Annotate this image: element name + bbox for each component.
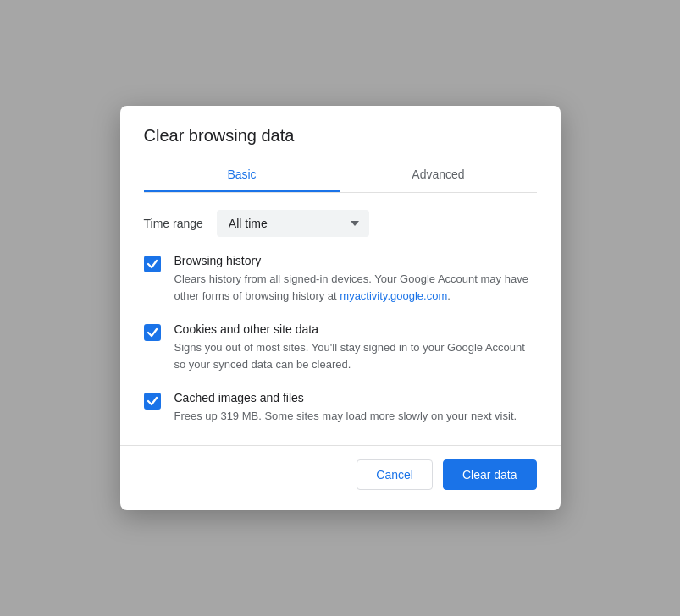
- time-range-select[interactable]: Last hour Last 24 hours Last 7 days Last…: [217, 210, 369, 237]
- dialog-header: Clear browsing data Basic Advanced: [120, 106, 561, 193]
- cookies-item: Cookies and other site data Signs you ou…: [144, 322, 537, 372]
- cached-item: Cached images and files Frees up 319 MB.…: [144, 391, 537, 425]
- time-range-label: Time range: [144, 217, 203, 230]
- browsing-history-desc: Clears history from all signed-in device…: [174, 271, 537, 304]
- browsing-history-item: Browsing history Clears history from all…: [144, 254, 537, 304]
- cancel-button[interactable]: Cancel: [357, 459, 433, 490]
- check-icon: [147, 258, 158, 270]
- tab-basic[interactable]: Basic: [144, 159, 340, 192]
- browsing-history-desc-suffix: .: [447, 289, 451, 302]
- check-icon: [147, 395, 158, 407]
- clear-browsing-data-dialog: Clear browsing data Basic Advanced Time …: [120, 106, 561, 510]
- cookies-text: Cookies and other site data Signs you ou…: [174, 322, 537, 372]
- backdrop: Clear browsing data Basic Advanced Time …: [0, 0, 680, 616]
- browsing-history-text: Browsing history Clears history from all…: [174, 254, 537, 304]
- time-range-row: Time range Last hour Last 24 hours Last …: [144, 210, 537, 237]
- browsing-history-checkbox[interactable]: [144, 256, 161, 272]
- myactivity-link[interactable]: myactivity.google.com: [340, 289, 447, 302]
- tabs-container: Basic Advanced: [144, 159, 537, 193]
- cached-checkbox[interactable]: [144, 393, 161, 410]
- cached-desc: Frees up 319 MB. Some sites may load mor…: [174, 408, 537, 425]
- cached-text: Cached images and files Frees up 319 MB.…: [174, 391, 537, 425]
- browsing-history-title: Browsing history: [174, 254, 537, 267]
- cookies-title: Cookies and other site data: [174, 322, 537, 336]
- cookies-desc: Signs you out of most sites. You'll stay…: [174, 339, 537, 372]
- clear-data-button[interactable]: Clear data: [443, 459, 537, 490]
- time-range-select-wrapper[interactable]: Last hour Last 24 hours Last 7 days Last…: [217, 210, 369, 237]
- cached-title: Cached images and files: [174, 391, 537, 404]
- dialog-title: Clear browsing data: [144, 126, 537, 146]
- dialog-footer: Cancel Clear data: [120, 445, 561, 510]
- dialog-body: Time range Last hour Last 24 hours Last …: [120, 193, 561, 438]
- check-icon: [147, 327, 158, 338]
- tab-advanced[interactable]: Advanced: [340, 159, 537, 192]
- cookies-checkbox[interactable]: [144, 324, 161, 341]
